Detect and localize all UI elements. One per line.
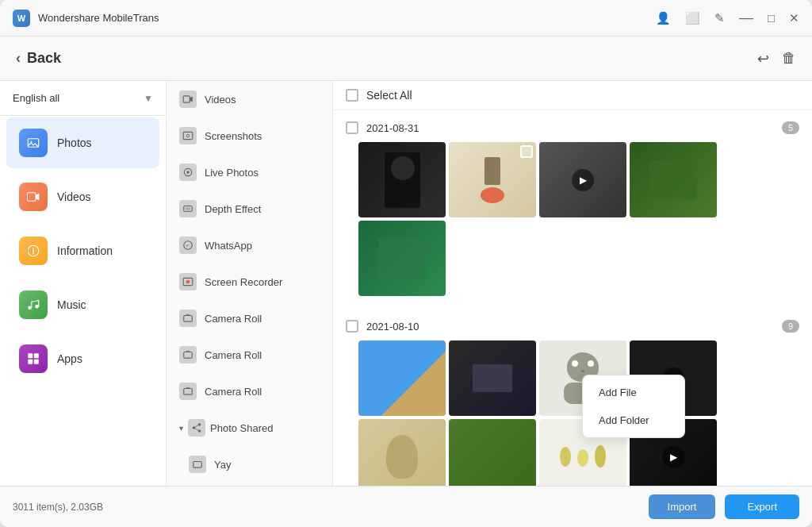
svg-point-25: [198, 423, 201, 426]
middle-yay-icon: [189, 456, 206, 473]
play-button[interactable]: ▶: [662, 446, 684, 468]
middle-whatsapp-icon: [179, 237, 197, 254]
add-file-menu-item[interactable]: Add File: [583, 379, 684, 406]
main-content: English all ▼ Photos Videos: [0, 81, 812, 486]
back-button[interactable]: ‹ Back: [16, 50, 61, 67]
title-bar: W Wondershare MobileTrans 👤 ⬜ ✎ — □ ✕: [0, 0, 812, 37]
back-arrow-icon: ‹: [16, 50, 21, 67]
photo-panel: Select All 2021-08-31 5: [333, 81, 812, 486]
date-label-2: 2021-08-10: [366, 321, 419, 333]
svg-line-28: [195, 425, 198, 427]
minimize-icon[interactable]: —: [739, 10, 753, 26]
edit-icon[interactable]: ✎: [714, 11, 725, 25]
middle-camera-roll-1-icon: [179, 310, 197, 327]
middle-camera-roll-2[interactable]: Camera Roll: [167, 337, 332, 373]
svg-rect-10: [28, 360, 33, 364]
bottom-bar: 3011 item(s), 2.03GB Import Export: [0, 486, 812, 527]
play-button[interactable]: ▶: [572, 169, 594, 191]
photo-thumb[interactable]: [358, 419, 446, 486]
photo-thumb[interactable]: [358, 340, 446, 416]
middle-yay-label: Yay: [214, 459, 231, 471]
middle-screen-recorder-icon: [179, 273, 197, 290]
middle-camera-roll-3-icon: [179, 383, 197, 400]
dropdown-arrow-icon: ▼: [144, 93, 153, 104]
back-label: Back: [27, 50, 61, 67]
svg-rect-12: [183, 96, 190, 102]
app-icon: W: [13, 10, 30, 27]
middle-panel: Videos Screenshots Live Photos: [167, 81, 333, 486]
photo-shared-arrow-icon: ▾: [179, 424, 183, 433]
photo-shared-header[interactable]: ▾ Photo Shared: [167, 410, 332, 446]
sidebar-item-music[interactable]: Music: [6, 279, 159, 330]
sidebar-item-photos[interactable]: Photos: [6, 117, 159, 168]
photo-thumb[interactable]: [449, 419, 536, 486]
sidebar-photos-label: Photos: [57, 137, 92, 149]
photos-icon: [19, 129, 48, 157]
middle-camera-roll-2-icon: [179, 346, 197, 364]
favorite-icon[interactable]: ⬜: [685, 11, 700, 25]
device-label: English all: [13, 92, 59, 104]
photo-thumb[interactable]: ▶: [539, 142, 626, 217]
apps-icon: [19, 344, 48, 373]
maximize-icon[interactable]: □: [768, 11, 775, 25]
middle-whatsapp[interactable]: WhatsApp: [167, 227, 332, 264]
middle-videos[interactable]: Videos: [167, 81, 332, 117]
photo-thumb[interactable]: [358, 142, 446, 217]
middle-screenshots[interactable]: Screenshots: [167, 117, 332, 154]
sub-header: ‹ Back ↩ 🗑: [0, 37, 812, 81]
middle-videos-label: Videos: [205, 94, 236, 106]
videos-icon: [19, 183, 48, 211]
middle-camera-roll-3[interactable]: Camera Roll: [167, 373, 332, 410]
photo-shared-label: Photo Shared: [210, 422, 274, 434]
photo-toolbar: Select All: [333, 81, 812, 110]
date-checkbox-1[interactable]: [346, 121, 358, 134]
date-section-2: 2021-08-10 9: [333, 309, 812, 486]
sidebar-item-information[interactable]: Information: [6, 225, 159, 276]
middle-depth-effect[interactable]: Depth Effect: [167, 190, 332, 227]
select-all-label[interactable]: Select All: [366, 89, 412, 102]
photo-thumb[interactable]: [449, 142, 536, 217]
middle-live-photos-label: Live Photos: [205, 167, 259, 179]
import-button[interactable]: Import: [649, 494, 716, 519]
middle-live-photos[interactable]: Live Photos: [167, 154, 332, 190]
sidebar-item-videos[interactable]: Videos: [6, 171, 159, 222]
close-icon[interactable]: ✕: [789, 11, 799, 25]
info-icon: [19, 237, 48, 265]
photo-select-checkbox[interactable]: [520, 145, 533, 158]
svg-point-16: [186, 171, 190, 174]
device-dropdown[interactable]: English all ▼: [0, 81, 166, 116]
select-all-checkbox[interactable]: [346, 89, 358, 102]
middle-screenshots-icon: [179, 127, 197, 144]
delete-icon[interactable]: 🗑: [782, 50, 796, 67]
sidebar-apps-label: Apps: [57, 352, 82, 365]
middle-videos-icon: [179, 90, 197, 108]
photo-thumb[interactable]: [449, 340, 536, 416]
item-count-info: 3011 item(s), 2.03GB: [13, 502, 639, 513]
app-window: W Wondershare MobileTrans 👤 ⬜ ✎ — □ ✕ ‹ …: [0, 0, 812, 527]
export-button[interactable]: Export: [725, 494, 799, 519]
photo-thumb[interactable]: [358, 221, 446, 296]
svg-rect-24: [184, 389, 193, 395]
middle-camera-roll-2-label: Camera Roll: [205, 349, 262, 361]
middle-live-photos-icon: [179, 163, 197, 181]
middle-camera-roll-3-label: Camera Roll: [205, 386, 262, 398]
undo-icon[interactable]: ↩: [757, 50, 769, 67]
date-count-1: 5: [782, 121, 799, 134]
middle-screenshots-label: Screenshots: [205, 130, 262, 142]
middle-camera-roll-1[interactable]: Camera Roll: [167, 300, 332, 337]
sidebar-music-label: Music: [57, 298, 86, 311]
profile-icon[interactable]: 👤: [656, 11, 671, 25]
photo-grid-2: ▶: [346, 337, 799, 486]
middle-screen-recorder-label: Screen Recorder: [205, 276, 282, 288]
date-checkbox-2[interactable]: [346, 320, 358, 333]
svg-rect-2: [28, 193, 36, 202]
middle-screen-recorder[interactable]: Screen Recorder: [167, 264, 332, 300]
sidebar-item-apps[interactable]: Apps: [6, 333, 159, 384]
add-folder-menu-item[interactable]: Add Folder: [583, 406, 684, 434]
middle-yay[interactable]: Yay: [167, 446, 332, 483]
photo-thumb[interactable]: [630, 142, 717, 217]
svg-point-7: [35, 305, 39, 309]
date-label-1: 2021-08-31: [366, 122, 419, 134]
date-row-2: 2021-08-10 9: [346, 315, 799, 337]
svg-rect-22: [184, 316, 193, 322]
